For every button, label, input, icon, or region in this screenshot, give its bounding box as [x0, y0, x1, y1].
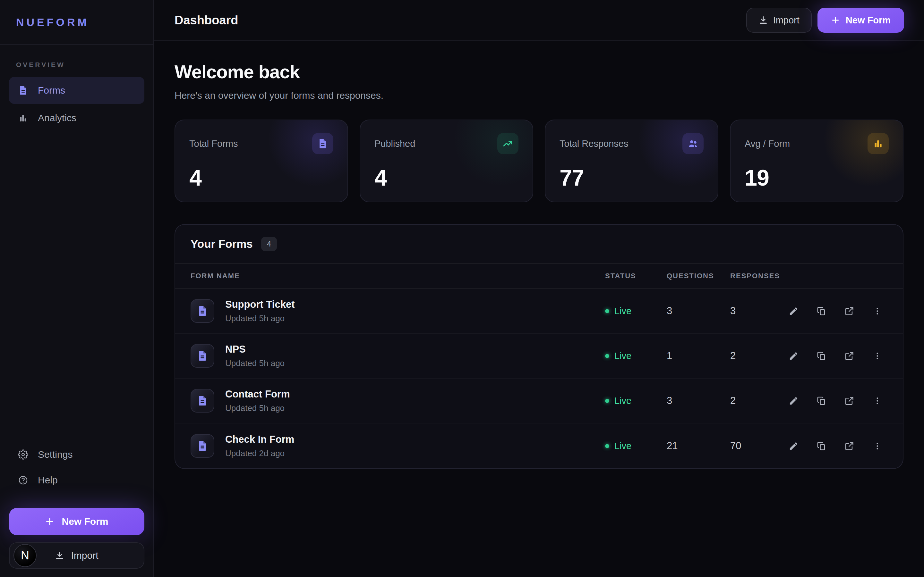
- sidebar-item-label: Help: [38, 475, 58, 486]
- stat-value: 4: [189, 165, 333, 191]
- open-link-button[interactable]: [843, 304, 856, 318]
- form-name: Check In Form: [225, 434, 294, 445]
- header-actions: Import New Form: [746, 8, 904, 33]
- more-options-button[interactable]: [871, 439, 884, 453]
- form-name: Support Ticket: [225, 299, 294, 310]
- status-label: Live: [614, 351, 632, 361]
- status-label: Live: [614, 396, 632, 406]
- welcome-subtitle: Here's an overview of your forms and res…: [174, 90, 903, 101]
- questions-count: 1: [667, 350, 730, 362]
- import-button[interactable]: Import: [746, 8, 812, 33]
- responses-count: 2: [730, 350, 791, 362]
- form-name: NPS: [225, 343, 284, 355]
- table-row[interactable]: Contact Form Updated 5h ago Live 3 2: [175, 379, 903, 424]
- responses-count: 3: [730, 305, 791, 317]
- stat-label: Total Forms: [189, 139, 238, 149]
- form-updated: Updated 2d ago: [225, 448, 294, 458]
- new-form-button[interactable]: New Form: [817, 8, 904, 33]
- new-form-button-label: New Form: [61, 516, 108, 527]
- brand-logo: NUEFORM: [16, 16, 89, 29]
- sidebar-footer: Settings Help New Form N Import: [0, 435, 153, 577]
- live-dot-icon: [605, 399, 609, 403]
- file-icon: [312, 133, 333, 154]
- welcome-title: Welcome back: [174, 61, 903, 82]
- stat-card-avg-per-form: Avg / Form 19: [730, 119, 903, 202]
- questions-count: 3: [667, 395, 730, 406]
- open-link-button[interactable]: [843, 349, 856, 363]
- open-link-button[interactable]: [843, 439, 856, 453]
- plus-icon: [831, 16, 840, 25]
- page-title: Dashboard: [174, 13, 238, 27]
- new-form-button-label: New Form: [846, 15, 891, 26]
- sidebar: NUEFORM OVERVIEW Forms Analytics Setting…: [0, 0, 154, 577]
- column-header-form-name: FORM NAME: [191, 272, 605, 280]
- edit-button[interactable]: [787, 304, 800, 318]
- duplicate-button[interactable]: [814, 439, 829, 453]
- row-actions: [791, 304, 887, 318]
- stat-cards: Total Forms 4 Published 4 Total Response…: [174, 119, 903, 202]
- sidebar-nav: OVERVIEW Forms Analytics: [0, 45, 153, 435]
- stat-value: 19: [745, 165, 889, 191]
- content: Welcome back Here's an overview of your …: [154, 41, 924, 577]
- import-button[interactable]: N Import: [9, 542, 144, 569]
- sidebar-item-label: Settings: [38, 449, 73, 460]
- edit-button[interactable]: [787, 349, 800, 363]
- status-badge: Live: [605, 396, 667, 406]
- status-badge: Live: [605, 441, 667, 451]
- questions-count: 3: [667, 305, 730, 317]
- edit-button[interactable]: [787, 439, 800, 453]
- stat-label: Avg / Form: [745, 139, 790, 149]
- column-header-responses: RESPONSES: [730, 272, 791, 280]
- duplicate-button[interactable]: [814, 394, 829, 408]
- main-area: Dashboard Import New Form Welcome back H…: [154, 0, 924, 577]
- responses-count: 2: [730, 395, 791, 406]
- more-options-button[interactable]: [871, 349, 884, 363]
- plus-icon: [45, 517, 55, 526]
- form-name: Contact Form: [225, 388, 290, 400]
- bar-chart-icon: [18, 113, 28, 123]
- app-window: NUEFORM OVERVIEW Forms Analytics Setting…: [0, 0, 924, 577]
- divider: [9, 435, 144, 435]
- help-icon: [18, 475, 28, 485]
- sidebar-item-label: Analytics: [38, 113, 76, 123]
- sidebar-item-help[interactable]: Help: [9, 467, 144, 493]
- sidebar-item-settings[interactable]: Settings: [9, 442, 144, 467]
- form-updated: Updated 5h ago: [225, 358, 284, 368]
- table-row[interactable]: NPS Updated 5h ago Live 1 2: [175, 334, 903, 379]
- count-badge: 4: [261, 237, 277, 251]
- edit-button[interactable]: [787, 394, 800, 408]
- top-header: Dashboard Import New Form: [154, 0, 924, 41]
- download-icon: [758, 15, 768, 25]
- bar-chart-icon: [867, 133, 889, 154]
- sidebar-item-analytics[interactable]: Analytics: [9, 105, 144, 131]
- row-actions: [791, 349, 887, 363]
- duplicate-button[interactable]: [814, 349, 829, 363]
- file-icon: [191, 434, 214, 458]
- sidebar-section-label: OVERVIEW: [9, 54, 144, 77]
- import-button-label: Import: [71, 550, 98, 561]
- stat-label: Total Responses: [559, 139, 628, 149]
- file-icon: [18, 85, 28, 95]
- status-label: Live: [614, 306, 632, 316]
- more-options-button[interactable]: [871, 394, 884, 408]
- table-row[interactable]: Support Ticket Updated 5h ago Live 3 3: [175, 289, 903, 334]
- stat-label: Published: [375, 139, 415, 149]
- column-header-status: STATUS: [605, 272, 667, 280]
- stat-value: 4: [375, 165, 519, 191]
- row-actions: [791, 394, 887, 408]
- table-row[interactable]: Check In Form Updated 2d ago Live 21 70: [175, 424, 903, 468]
- open-link-button[interactable]: [843, 394, 856, 408]
- sidebar-header: NUEFORM: [0, 0, 153, 45]
- file-icon: [191, 299, 214, 323]
- more-options-button[interactable]: [871, 304, 884, 318]
- sidebar-item-forms[interactable]: Forms: [9, 77, 144, 104]
- questions-count: 21: [667, 440, 730, 452]
- stat-card-published: Published 4: [360, 119, 533, 202]
- new-form-button[interactable]: New Form: [9, 508, 144, 535]
- your-forms-panel: Your Forms 4 FORM NAME STATUS QUESTIONS …: [174, 224, 903, 469]
- live-dot-icon: [605, 309, 609, 313]
- duplicate-button[interactable]: [814, 304, 829, 318]
- avatar[interactable]: N: [13, 544, 37, 567]
- avatar-letter: N: [21, 549, 29, 562]
- panel-header: Your Forms 4: [175, 225, 903, 264]
